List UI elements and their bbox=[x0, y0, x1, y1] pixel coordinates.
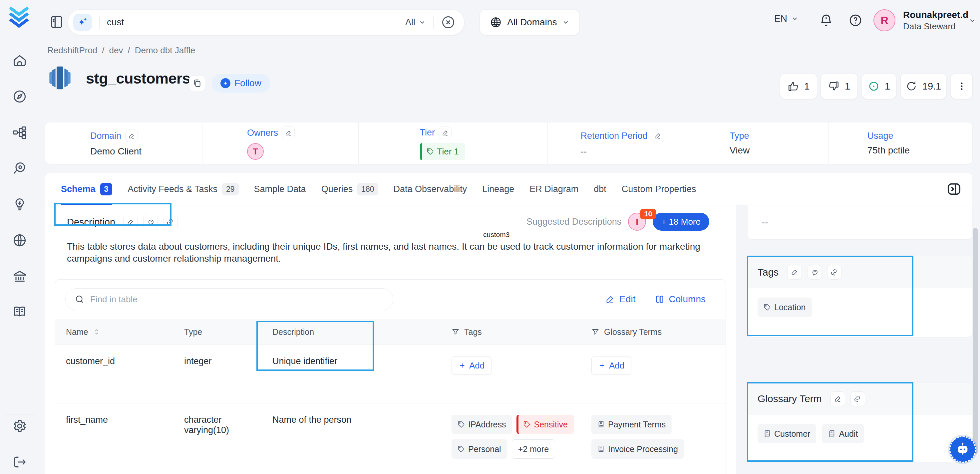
lightbulb-icon[interactable] bbox=[12, 197, 27, 212]
column-header-description[interactable]: Description bbox=[262, 319, 438, 345]
edit-pencil-icon[interactable] bbox=[125, 129, 138, 142]
tab-queries[interactable]: Queries180 bbox=[321, 173, 378, 205]
upvote-button[interactable]: 1 bbox=[780, 73, 817, 99]
edit-pencil-icon[interactable] bbox=[787, 265, 802, 280]
more-suggestions-button[interactable]: + 18 More bbox=[653, 213, 709, 231]
glossary-card: Glossary Term Customer Audit bbox=[748, 383, 972, 462]
table-row[interactable]: first_name character varying(10) Name of… bbox=[55, 403, 725, 474]
sort-icon[interactable] bbox=[93, 328, 100, 336]
more-actions-button[interactable] bbox=[951, 73, 973, 99]
tab-schema[interactable]: Schema3 bbox=[61, 173, 112, 205]
chevron-down-icon[interactable] bbox=[968, 17, 976, 25]
sidebar-toggle-icon[interactable] bbox=[49, 14, 64, 29]
compass-icon[interactable] bbox=[12, 89, 27, 104]
edit-pencil-icon[interactable] bbox=[652, 129, 664, 142]
glossary-term-pill[interactable]: Invoice Processing bbox=[592, 439, 684, 459]
breadcrumb-item[interactable]: Demo dbt Jaffle bbox=[135, 45, 196, 56]
globe-icon[interactable] bbox=[12, 233, 27, 248]
tag-icon bbox=[764, 304, 771, 311]
tab-lineage[interactable]: Lineage bbox=[482, 173, 514, 205]
status-button[interactable]: 1 bbox=[862, 73, 896, 99]
home-icon[interactable] bbox=[12, 53, 27, 68]
panel-scrollbar[interactable] bbox=[973, 227, 978, 454]
column-header-tags[interactable]: Tags bbox=[438, 319, 578, 345]
metadata-usage: Usage 75th pctile bbox=[829, 122, 972, 164]
logout-icon[interactable] bbox=[12, 455, 27, 469]
tab-activity-feeds[interactable]: Activity Feeds & Tasks29 bbox=[127, 173, 239, 205]
suggestion-avatar[interactable]: I 10 bbox=[628, 213, 646, 231]
breadcrumb-item[interactable]: dev bbox=[109, 45, 123, 56]
user-menu[interactable]: Rounakpreet.d Data Steward bbox=[903, 9, 968, 32]
more-tags-pill[interactable]: +2 more bbox=[512, 439, 555, 459]
copy-suggestions-icon[interactable] bbox=[851, 391, 865, 406]
tier-label: Tier bbox=[420, 127, 435, 138]
domain-label: Domain bbox=[90, 131, 121, 141]
chevron-down-icon bbox=[418, 19, 426, 26]
tier-badge[interactable]: Tier 1 bbox=[420, 143, 465, 160]
notifications-bell-icon[interactable] bbox=[819, 13, 833, 27]
clear-search-icon[interactable] bbox=[441, 15, 455, 30]
copy-suggestions-icon[interactable] bbox=[827, 265, 842, 280]
owners-label: Owners bbox=[247, 128, 278, 138]
tab-custom-properties[interactable]: Custom Properties bbox=[622, 173, 696, 205]
workflow-icon[interactable] bbox=[12, 125, 27, 140]
add-tag-button[interactable]: Add bbox=[452, 356, 492, 375]
tag-pill-sensitive[interactable]: Sensitive bbox=[517, 415, 573, 434]
tab-dbt[interactable]: dbt bbox=[594, 173, 606, 205]
edit-pencil-icon[interactable] bbox=[282, 126, 295, 139]
help-icon[interactable] bbox=[848, 13, 862, 27]
domains-filter-button[interactable]: All Domains bbox=[479, 9, 580, 35]
tag-pill[interactable]: Location bbox=[757, 297, 812, 317]
downvote-button[interactable]: 1 bbox=[821, 73, 858, 99]
breadcrumb-sep: / bbox=[102, 45, 104, 56]
comment-question-icon[interactable] bbox=[143, 215, 158, 229]
refresh-score-button[interactable]: 19.1 bbox=[900, 73, 947, 99]
comment-question-icon[interactable] bbox=[807, 265, 822, 280]
table-row[interactable]: customer_id integer Unique identifier Ad… bbox=[55, 345, 725, 403]
collapse-panel-icon[interactable] bbox=[947, 181, 962, 197]
breadcrumb-item[interactable]: RedshiftProd bbox=[47, 45, 97, 56]
tab-data-observability[interactable]: Data Observability bbox=[394, 173, 467, 205]
user-avatar[interactable]: R bbox=[873, 9, 896, 31]
search-scope-dropdown[interactable]: All bbox=[405, 17, 426, 28]
breadcrumb: RedshiftProd/ dev/ Demo dbt Jaffle bbox=[47, 45, 195, 56]
glossary-term-pill[interactable]: Payment Terms bbox=[592, 415, 671, 434]
search-insight-icon[interactable] bbox=[12, 161, 27, 176]
edit-table-button[interactable]: Edit bbox=[605, 294, 635, 305]
add-glossary-button[interactable]: Add bbox=[592, 356, 632, 375]
tag-pill[interactable]: IPAddress bbox=[452, 415, 512, 434]
glossary-term-pill[interactable]: Customer bbox=[757, 424, 816, 444]
atlan-logo-icon[interactable] bbox=[9, 7, 29, 29]
schema-tab-content: Description Suggested Descriptions I 10 … bbox=[45, 205, 736, 474]
book-icon bbox=[764, 430, 771, 437]
gear-icon[interactable] bbox=[12, 419, 27, 433]
chatbot-button[interactable] bbox=[949, 436, 976, 463]
edit-pencil-icon[interactable] bbox=[830, 391, 845, 406]
copy-icon[interactable] bbox=[189, 75, 205, 91]
copy-suggestions-icon[interactable] bbox=[163, 215, 178, 229]
column-header-glossary[interactable]: Glossary Terms bbox=[578, 319, 726, 345]
filter-funnel-icon[interactable] bbox=[592, 328, 600, 336]
glossary-term-pill[interactable]: Audit bbox=[822, 424, 864, 444]
bank-icon[interactable] bbox=[12, 269, 27, 284]
follow-button[interactable]: ✦ Follow bbox=[212, 74, 270, 92]
tab-er-diagram[interactable]: ER Diagram bbox=[530, 173, 578, 205]
tag-icon bbox=[523, 421, 530, 428]
page-title: stg_customers bbox=[86, 70, 191, 87]
column-header-name[interactable]: Name bbox=[55, 319, 173, 345]
columns-config-button[interactable]: Columns bbox=[655, 294, 706, 305]
glossary-book-icon[interactable] bbox=[12, 304, 27, 319]
tab-sample-data[interactable]: Sample Data bbox=[254, 173, 306, 205]
search-input[interactable]: cust bbox=[107, 17, 405, 28]
edit-pencil-icon[interactable] bbox=[123, 215, 138, 229]
tag-pill[interactable]: Personal bbox=[452, 439, 507, 459]
locale-dropdown[interactable]: EN bbox=[774, 13, 799, 24]
description-text: This table stores data about customers, … bbox=[67, 241, 713, 265]
find-in-table-input[interactable]: Find in table bbox=[65, 288, 393, 310]
column-header-type[interactable]: Type bbox=[173, 319, 262, 345]
global-search[interactable]: ✦✦ cust All bbox=[68, 9, 465, 35]
edit-pencil-icon[interactable] bbox=[439, 126, 452, 139]
filter-funnel-icon[interactable] bbox=[452, 328, 460, 336]
domain-value[interactable]: Demo Client bbox=[90, 146, 142, 157]
owner-avatar[interactable]: T bbox=[247, 143, 264, 160]
